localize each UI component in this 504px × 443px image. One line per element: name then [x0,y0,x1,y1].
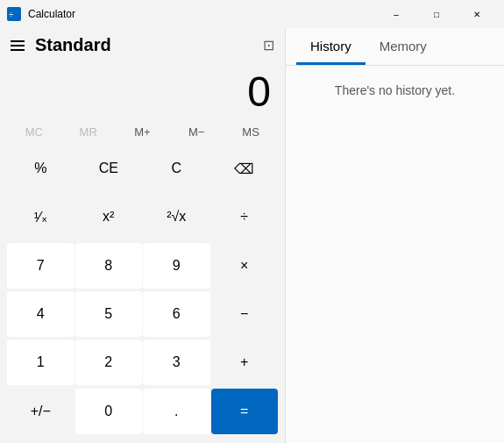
calc-btn-2-17[interactable]: 2 [75,339,143,385]
memory-row: MCMRM+M−MS [0,120,285,144]
calc-header: Standard ⊡ [0,28,285,59]
memory-btn-m[interactable]: M+ [116,120,170,144]
menu-line-2 [11,45,25,46]
calc-mode-title: Standard [35,35,256,55]
calc-btn-7-8[interactable]: 7 [7,243,75,289]
calc-btn-5-13[interactable]: 5 [75,291,143,337]
calc-btn-8-9[interactable]: 8 [75,243,143,289]
pin-icon[interactable]: ⊡ [263,37,274,54]
close-button[interactable]: ✕ [457,0,497,28]
calc-btn-6-14[interactable]: 6 [143,291,210,337]
calc-btn--20[interactable]: +/− [7,389,75,434]
memory-btn-ms[interactable]: MS [224,120,278,144]
calc-btn-3-18[interactable]: 3 [143,339,210,385]
calc-btn--22[interactable]: . [143,389,210,434]
calc-btn--0[interactable]: % [7,146,75,191]
calc-btn-x-5[interactable]: x² [75,194,143,239]
tab-history[interactable]: History [296,28,366,65]
calc-btn-1-16[interactable]: 1 [7,339,75,385]
calc-btn-0-21[interactable]: 0 [75,389,143,434]
app-icon: ÷ [7,7,21,21]
button-grid: %CEC⌫¹⁄ₓx²²√x÷789×456−123++/−0.= [0,146,285,443]
calc-btn-CE-1[interactable]: CE [75,146,143,191]
calc-btn--19[interactable]: + [211,339,279,385]
calc-btn--11[interactable]: × [211,243,279,289]
calc-btn-C-2[interactable]: C [143,146,210,191]
calc-display: 0 [0,59,285,120]
svg-text:÷: ÷ [9,10,14,19]
calc-btn--7[interactable]: ÷ [211,194,279,239]
main-layout: Standard ⊡ 0 MCMRM+M−MS %CEC⌫¹⁄ₓx²²√x÷78… [0,28,504,443]
calc-btn--15[interactable]: − [211,291,279,337]
menu-button[interactable] [11,37,28,54]
calc-btn-9-10[interactable]: 9 [143,243,210,289]
tab-memory[interactable]: Memory [366,28,441,65]
no-history-text: There's no history yet. [335,83,455,97]
calc-btn--4[interactable]: ¹⁄ₓ [7,194,75,239]
memory-btn-mr: MR [61,120,116,144]
calc-btn-4-12[interactable]: 4 [7,291,75,337]
app-title: Calculator [28,8,376,20]
menu-line-3 [11,49,25,51]
calc-btn--23[interactable]: = [211,389,279,434]
memory-btn-m[interactable]: M− [169,120,224,144]
calculator-panel: Standard ⊡ 0 MCMRM+M−MS %CEC⌫¹⁄ₓx²²√x÷78… [0,28,285,443]
menu-line-1 [11,40,25,42]
title-bar: ÷ Calculator – □ ✕ [0,0,504,28]
maximize-button[interactable]: □ [416,0,457,28]
display-value: 0 [247,68,271,116]
tab-content: There's no history yet. [286,66,504,443]
minimize-button[interactable]: – [376,0,416,28]
calc-btn-x-6[interactable]: ²√x [143,194,210,239]
memory-btn-mc: MC [7,120,61,144]
right-panel: HistoryMemory There's no history yet. [285,28,504,443]
window-controls: – □ ✕ [376,0,497,28]
tabs-row: HistoryMemory [286,28,504,66]
calc-btn--3[interactable]: ⌫ [211,146,279,191]
